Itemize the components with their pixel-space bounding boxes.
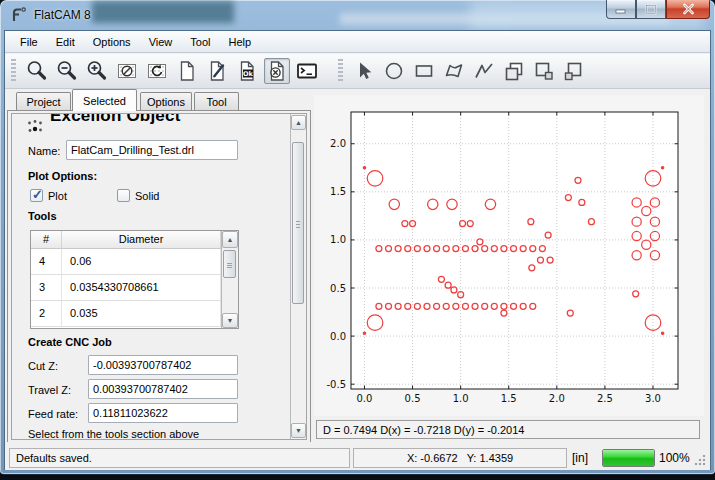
panel-scrollbar[interactable]: ▲ ▼ — [290, 114, 306, 439]
tool-row-2[interactable]: 20.035 — [31, 301, 221, 327]
panel-title: Excellon Object — [50, 114, 181, 126]
tool-row-3[interactable]: 30.0354330708661 — [31, 275, 221, 301]
zoom-out-button[interactable] — [54, 58, 80, 84]
scroll-down-icon[interactable]: ▼ — [222, 313, 238, 328]
delete-object-button[interactable] — [264, 58, 290, 84]
plot-canvas[interactable]: 0.00.51.01.52.02.53.0-0.50.00.51.01.52.0 — [314, 95, 704, 416]
solid-checkbox[interactable]: Solid — [117, 189, 159, 202]
menu-tool[interactable]: Tool — [181, 33, 219, 51]
menu-options[interactable]: Options — [84, 33, 140, 51]
panel-scroll-area: Excellon Object Name: Plot Options: Plot… — [11, 113, 307, 440]
draw-rectangle-button[interactable] — [411, 58, 437, 84]
move-objects-button[interactable] — [531, 58, 557, 84]
svg-text:2.0: 2.0 — [330, 138, 346, 149]
coord-y: Y: 1.4359 — [467, 452, 514, 464]
window-controls — [606, 0, 710, 19]
draw-circle-button[interactable] — [381, 58, 407, 84]
close-button[interactable] — [666, 0, 710, 19]
select-button[interactable] — [351, 58, 377, 84]
delete-object-icon — [265, 59, 289, 83]
feed-rate-input[interactable] — [88, 403, 238, 423]
zoom-fit-button[interactable] — [24, 58, 50, 84]
new-project-icon — [175, 59, 199, 83]
create-cnc-job-label: Create CNC Job — [28, 336, 112, 348]
plot-checkbox-box[interactable] — [30, 189, 43, 202]
toolbar-grip[interactable] — [11, 59, 16, 83]
select-icon — [352, 59, 376, 83]
zoom-in-icon — [85, 59, 109, 83]
mouse-coordinates: X: -0.6672 Y: 1.4359 — [353, 448, 567, 468]
replot-button[interactable] — [144, 58, 170, 84]
cut-z-input[interactable] — [88, 355, 238, 375]
travel-z-input[interactable] — [88, 379, 238, 399]
svg-text:Ok: Ok — [243, 70, 254, 78]
plot-checkbox[interactable]: Plot — [30, 189, 67, 202]
tool-diameter-cell[interactable]: 0.06 — [62, 249, 221, 274]
solid-checkbox-label: Solid — [135, 190, 159, 202]
maximize-button[interactable] — [636, 0, 666, 19]
menu-view[interactable]: View — [140, 33, 182, 51]
draw-path-button[interactable] — [471, 58, 497, 84]
tab-tool[interactable]: Tool — [194, 92, 239, 111]
replot-icon — [145, 59, 169, 83]
menu-edit[interactable]: Edit — [47, 33, 84, 51]
scroll-up-icon[interactable]: ▲ — [291, 115, 306, 130]
menu-file[interactable]: File — [11, 33, 47, 51]
flatcam-window: FlatCAM 8 FileEditOptionsViewToolHelp Ok… — [0, 0, 715, 474]
resize-grip[interactable] — [694, 454, 706, 466]
tool-number-cell[interactable]: 4 — [31, 249, 62, 274]
toolbar-grip[interactable] — [338, 59, 343, 83]
tools-table-scrollbar[interactable]: ▲ ▼ — [221, 231, 238, 328]
svg-text:0.5: 0.5 — [405, 393, 421, 404]
selected-tab-pane: Excellon Object Name: Plot Options: Plot… — [7, 110, 311, 443]
edit-object-button[interactable] — [204, 58, 230, 84]
object-name-input[interactable] — [66, 140, 238, 160]
tool-number-cell[interactable]: 2 — [31, 301, 62, 326]
zoom-fit-icon — [25, 59, 49, 83]
menu-bar: FileEditOptionsViewToolHelp — [5, 31, 710, 53]
svg-text:1.0: 1.0 — [453, 393, 469, 404]
excellon-object-icon — [26, 118, 44, 136]
svg-text:0.0: 0.0 — [357, 393, 373, 404]
save-object-icon: Ok — [235, 59, 259, 83]
tools-table-scroll-thumb[interactable] — [223, 250, 236, 278]
diameter-header[interactable]: Diameter — [62, 231, 221, 248]
flatcam-logo-icon — [10, 6, 28, 24]
tool-number-header[interactable]: # — [31, 231, 62, 248]
main-toolbar: Ok — [5, 54, 710, 89]
clear-plot-button[interactable] — [114, 58, 140, 84]
svg-text:1.0: 1.0 — [330, 234, 346, 245]
tab-bar: ProjectSelectedOptionsTool — [5, 89, 315, 111]
feed-rate-label: Feed rate: — [28, 408, 78, 420]
zoom-in-button[interactable] — [84, 58, 110, 84]
svg-text:1.5: 1.5 — [501, 393, 517, 404]
plot-checkbox-label: Plot — [48, 190, 67, 202]
draw-polygon-button[interactable] — [441, 58, 467, 84]
save-object-button[interactable]: Ok — [234, 58, 260, 84]
tool-diameter-cell[interactable]: 0.0354330708661 — [62, 275, 221, 300]
title-bar[interactable]: FlatCAM 8 — [0, 0, 715, 30]
tab-selected[interactable]: Selected — [72, 89, 137, 111]
scroll-up-icon[interactable]: ▲ — [222, 231, 238, 248]
panel-scroll-thumb[interactable] — [292, 142, 304, 304]
tools-table[interactable]: # Diameter 40.0630.035433070866120.035 ▲… — [30, 230, 239, 329]
solid-checkbox-box[interactable] — [117, 189, 130, 202]
scroll-down-icon[interactable]: ▼ — [291, 423, 306, 438]
tab-project[interactable]: Project — [16, 92, 71, 111]
excellon-object-panel: Excellon Object Name: Plot Options: Plot… — [12, 114, 291, 440]
tool-number-cell[interactable]: 3 — [31, 275, 62, 300]
tool-row-4[interactable]: 40.06 — [31, 249, 221, 275]
draw-rectangle-icon — [412, 59, 436, 83]
draw-polygon-icon — [442, 59, 466, 83]
tool-diameter-cell[interactable]: 0.035 — [62, 301, 221, 326]
drill-plot[interactable]: 0.00.51.01.52.02.53.0-0.50.00.51.01.52.0 — [314, 95, 704, 416]
tab-options[interactable]: Options — [140, 92, 192, 111]
menu-help[interactable]: Help — [219, 33, 260, 51]
new-project-button[interactable] — [174, 58, 200, 84]
duplicate-objects-button[interactable] — [561, 58, 587, 84]
copy-objects-button[interactable] — [501, 58, 527, 84]
minimize-button[interactable] — [606, 0, 636, 19]
draw-path-icon — [472, 59, 496, 83]
progress-bar — [602, 449, 655, 467]
shell-button[interactable] — [294, 58, 320, 84]
